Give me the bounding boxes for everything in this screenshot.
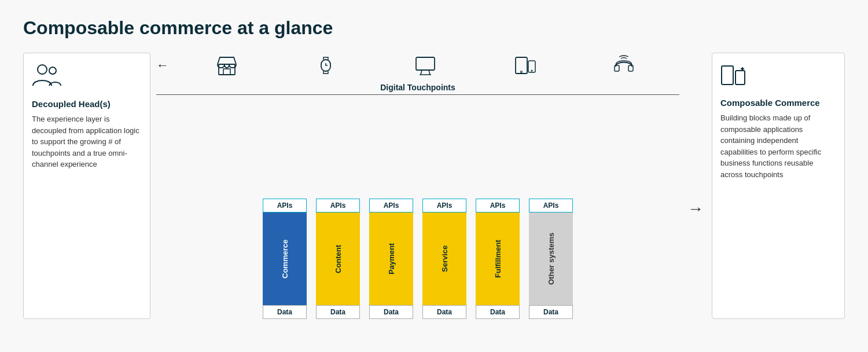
svg-rect-3 [223, 69, 230, 75]
column-commerce: APIs Commerce Data [263, 199, 307, 319]
svg-point-9 [531, 70, 532, 71]
arrow-left-icon: ← [156, 58, 169, 73]
bar-service: Service [422, 212, 466, 305]
touchpoints-row: ← [156, 53, 679, 80]
people-icon [32, 63, 142, 92]
api-box-fulfillment: APIs [476, 199, 520, 212]
api-box-other: APIs [529, 199, 573, 212]
api-box-content: APIs [316, 199, 360, 212]
middle-section: ← [156, 53, 679, 319]
svg-rect-5 [416, 57, 435, 70]
monitor-icon-item [413, 53, 438, 78]
data-box-content: Data [316, 305, 360, 319]
arrow-right-icon: → [685, 53, 706, 319]
bar-fulfillment: Fulfillment [476, 212, 520, 305]
svg-rect-2 [219, 64, 235, 75]
column-fulfillment: APIs Fulfillment Data [476, 199, 520, 319]
data-box-commerce: Data [263, 305, 307, 319]
watch-icon-item [313, 53, 339, 78]
right-box-title: Composable Commerce [720, 98, 836, 108]
svg-point-1 [49, 67, 56, 74]
left-box-title: Decoupled Head(s) [32, 99, 142, 109]
bar-content: Content [316, 212, 360, 305]
left-box: Decoupled Head(s) The experience layer i… [23, 53, 150, 319]
api-box-payment: APIs [369, 199, 413, 212]
tablet-icon-item [512, 53, 538, 78]
monitor-icon [413, 53, 438, 78]
bar-commerce: Commerce [263, 212, 307, 305]
right-box-description: Building blocks made up of composable ap… [720, 112, 836, 180]
tablet-icon [512, 53, 538, 78]
column-content: APIs Content Data [316, 199, 360, 319]
data-box-payment: Data [369, 305, 413, 319]
api-box-service: APIs [422, 199, 466, 212]
watch-icon [313, 53, 339, 78]
bar-other: Other systems [529, 212, 573, 305]
svg-point-0 [38, 65, 47, 74]
headset-icon [611, 53, 637, 78]
touchpoints-icons [171, 53, 679, 78]
svg-point-8 [520, 71, 522, 73]
column-other: APIs Other systems Data [529, 199, 573, 319]
svg-rect-7 [528, 61, 535, 72]
svg-rect-12 [722, 66, 733, 85]
data-box-other: Data [529, 305, 573, 319]
left-box-description: The experience layer is decoupled from a… [32, 113, 142, 170]
right-box: Composable Commerce Building blocks made… [712, 53, 845, 319]
data-box-fulfillment: Data [476, 305, 520, 319]
headset-icon-item [611, 53, 637, 78]
svg-rect-13 [735, 71, 745, 85]
digital-touchpoints-label: Digital Touchpoints [156, 83, 679, 95]
page-title: Composable commerce at a glance [23, 17, 845, 39]
data-box-service: Data [422, 305, 466, 319]
bar-payment: Payment [369, 212, 413, 305]
composable-icon [720, 63, 836, 93]
store-icon-item [214, 53, 240, 78]
column-service: APIs Service Data [422, 199, 466, 319]
columns-area: APIs Commerce Data APIs Content Data API… [156, 100, 679, 319]
diagram: Decoupled Head(s) The experience layer i… [23, 53, 845, 319]
store-icon [214, 53, 240, 78]
api-box-commerce: APIs [263, 199, 307, 212]
column-payment: APIs Payment Data [369, 199, 413, 319]
